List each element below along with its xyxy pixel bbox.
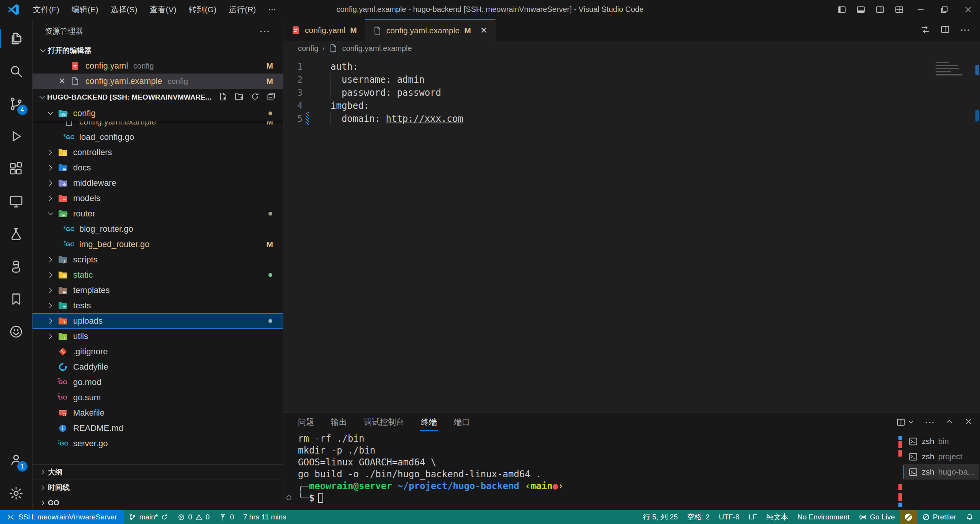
menu-edit[interactable]: 编辑(E): [65, 2, 105, 18]
section-chevron-icon[interactable]: [39, 484, 47, 491]
activitybar-extensions[interactable]: [0, 152, 33, 185]
activitybar-run-debug[interactable]: [0, 120, 33, 152]
open-editor-config-yaml-example[interactable]: ✕ config.yaml.example config M: [33, 74, 283, 89]
folder-chevron-icon[interactable]: [46, 164, 55, 172]
project-chevron-icon[interactable]: [38, 93, 46, 102]
status-environment[interactable]: No Environment: [793, 510, 854, 524]
tree-item-static[interactable]: ≣ static: [33, 267, 283, 283]
go-live-button[interactable]: Go Live: [854, 510, 899, 524]
maximize-panel-button[interactable]: [945, 417, 954, 428]
menu-file[interactable]: 文件(F): [27, 2, 65, 18]
folder-chevron-icon[interactable]: [46, 109, 55, 118]
branch-indicator[interactable]: main*: [124, 510, 173, 524]
problems-indicator[interactable]: 00: [173, 510, 214, 524]
tree-item-scripts[interactable]: ƒ scripts: [33, 252, 283, 267]
sidebar-section-go[interactable]: GO: [33, 495, 283, 510]
folder-chevron-icon[interactable]: [46, 332, 55, 341]
minimap[interactable]: [936, 62, 964, 77]
tree-item-uploads[interactable]: ↑ uploads: [33, 313, 283, 329]
close-window-icon[interactable]: [964, 5, 973, 14]
notifications-bell[interactable]: [961, 510, 980, 524]
sidebar-more-actions-icon[interactable]: ⋯: [259, 25, 270, 38]
new-folder-button[interactable]: [234, 92, 244, 103]
customize-layout-icon[interactable]: [895, 5, 904, 14]
tree-item-config-yaml-example[interactable]: config.yaml.example M: [33, 121, 283, 129]
remote-indicator[interactable]: SSH: meowrainVmwareServer: [0, 510, 124, 524]
status-cursor-position[interactable]: 行 5, 列 25: [638, 510, 682, 524]
terminal-instance-bin[interactable]: zshbin: [904, 434, 979, 449]
tree-item-docs[interactable]: ≡ docs: [33, 160, 283, 175]
activitybar-bookmarks[interactable]: [0, 283, 33, 315]
menu-more[interactable]: ⋯: [262, 2, 282, 17]
toggle-panel-icon[interactable]: [856, 5, 865, 14]
status-language-mode[interactable]: 纯文本: [762, 510, 793, 524]
activitybar-search[interactable]: [0, 55, 33, 87]
split-editor-button[interactable]: [940, 25, 950, 36]
folder-chevron-icon[interactable]: [46, 179, 55, 187]
close-panel-button[interactable]: [964, 417, 973, 428]
section-chevron-icon[interactable]: [39, 499, 47, 507]
breadcrumb-file[interactable]: config.yaml.example: [342, 44, 412, 53]
folder-chevron-icon[interactable]: [46, 317, 55, 325]
tree-item-server-go[interactable]: GO server.go: [33, 436, 283, 451]
terminal-instance-project[interactable]: zshproject: [904, 449, 979, 464]
sidebar-section-时间线[interactable]: 时间线: [33, 480, 283, 495]
open-editor-config-yaml[interactable]: config.yaml config M: [33, 58, 283, 74]
breadcrumb-folder[interactable]: config: [298, 44, 318, 53]
formatter-extension-badge[interactable]: [900, 510, 917, 524]
panel-tab-输出[interactable]: 输出: [331, 417, 347, 427]
panel-more-actions[interactable]: ⋯: [925, 416, 935, 428]
editor-tab-config-yaml[interactable]: config.yaml M: [283, 19, 365, 41]
folder-chevron-icon[interactable]: [46, 194, 55, 203]
menu-run[interactable]: 运行(R): [223, 2, 262, 18]
activitybar-remote-explorer[interactable]: [0, 185, 33, 218]
status-eol[interactable]: LF: [744, 510, 762, 524]
folder-chevron-icon[interactable]: [46, 301, 55, 310]
activitybar-python[interactable]: [0, 250, 33, 283]
open-editors-header[interactable]: 打开的编辑器: [33, 43, 283, 58]
folder-chevron-icon[interactable]: [46, 210, 55, 218]
tree-item-go-mod[interactable]: GO go.mod: [33, 375, 283, 390]
tree-item-caddyfile[interactable]: Caddyfile: [33, 359, 283, 375]
refresh-button[interactable]: [250, 92, 260, 103]
wakatime-indicator[interactable]: 7 hrs 11 mins: [239, 510, 291, 524]
close-editor-icon[interactable]: ✕: [56, 76, 68, 86]
code-link[interactable]: http://xxx.com: [386, 113, 463, 124]
code-line-3[interactable]: 3 password: password: [283, 86, 980, 99]
panel-tab-问题[interactable]: 问题: [298, 417, 314, 427]
ports-indicator[interactable]: 0: [214, 510, 239, 524]
tree-item-tests[interactable]: ⚗ tests: [33, 298, 283, 313]
activitybar-testing[interactable]: [0, 218, 33, 250]
breadcrumb[interactable]: config › config.yaml.example: [283, 41, 980, 56]
tree-item-load-config-go[interactable]: GO load_config.go: [33, 129, 283, 145]
menu-selection[interactable]: 选择(S): [105, 2, 144, 18]
code-line-2[interactable]: 2 username: admin: [283, 73, 980, 86]
open-changes-button[interactable]: [920, 25, 930, 36]
tree-item-utils[interactable]: + utils: [33, 329, 283, 344]
folder-chevron-icon[interactable]: [46, 271, 55, 279]
status-indentation[interactable]: 空格: 2: [682, 510, 714, 524]
command-decoration-icon[interactable]: [286, 495, 291, 500]
tree-item-blog-router-go[interactable]: GO blog_router.go: [33, 221, 283, 237]
editor-more-actions[interactable]: ⋯: [960, 24, 970, 36]
restore-icon[interactable]: [940, 5, 949, 14]
tree-item-readme-md[interactable]: README.md: [33, 421, 283, 436]
open-editors-chevron-icon[interactable]: [39, 46, 47, 55]
terminal-output[interactable]: rm -rf ./binmkdir -p ./binGOOS=linux GOA…: [298, 433, 564, 504]
code-line-4[interactable]: 4 imgbed:: [283, 99, 980, 112]
menu-goto[interactable]: 转到(G): [183, 2, 223, 18]
activitybar-accounts[interactable]: 1: [0, 443, 33, 477]
tree-item-gitignore[interactable]: .gitignore: [33, 344, 283, 359]
tree-item-templates[interactable]: ≣ templates: [33, 283, 283, 298]
toggle-secondary-sidebar-icon[interactable]: [875, 5, 885, 14]
code-line-5[interactable]: 5 domain: http://xxx.com: [283, 112, 980, 125]
panel-tab-端口[interactable]: 端口: [454, 417, 470, 427]
tree-item-go-sum[interactable]: GO go.sum: [33, 390, 283, 405]
code-editor[interactable]: 1 auth: 2 username: admin 3 password: pa…: [283, 56, 980, 413]
terminal-instance-hugo-ba[interactable]: zshhugo-ba...: [904, 464, 979, 480]
activitybar-explorer[interactable]: [0, 22, 33, 55]
tree-item-router[interactable]: ➤ router: [33, 206, 283, 221]
editor-tab-config-yaml-example[interactable]: config.yaml.example M ✕: [365, 19, 496, 41]
activitybar-settings[interactable]: [0, 477, 33, 510]
folder-chevron-icon[interactable]: [46, 286, 55, 295]
